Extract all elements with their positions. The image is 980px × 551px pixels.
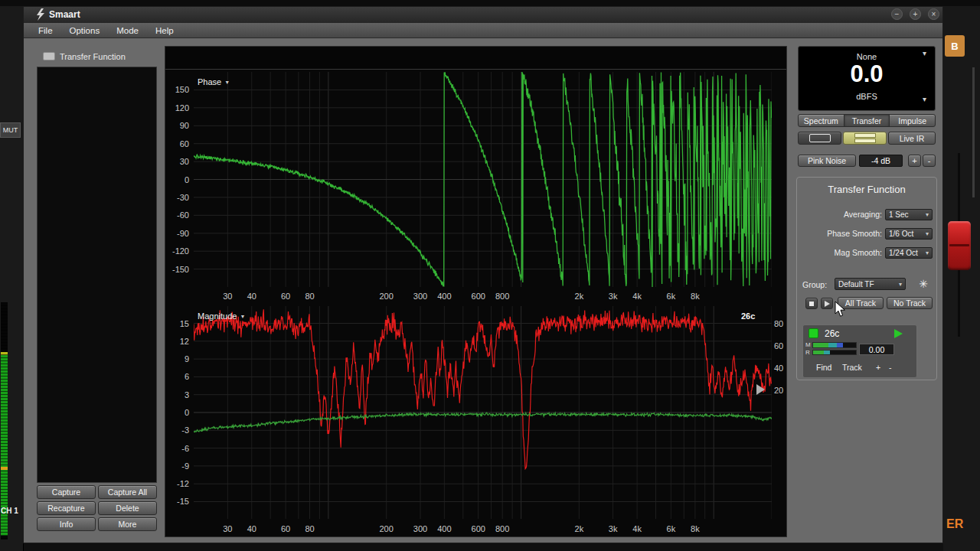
x-axis-tick-label: 8k: [680, 523, 710, 534]
capture-button[interactable]: Capture: [37, 485, 96, 499]
mute-button[interactable]: MUT: [0, 122, 21, 138]
capture-list[interactable]: [37, 67, 157, 483]
tf-setting-row: Phase Smooth:1/6 Oct▾: [801, 227, 933, 240]
meter-source-caret-icon[interactable]: ▾: [923, 49, 926, 57]
menu-help[interactable]: Help: [147, 23, 182, 38]
no-track-button[interactable]: No Track: [887, 297, 933, 309]
dual-pane-view-button[interactable]: [843, 132, 887, 145]
dual-pane-icon: [854, 133, 876, 138]
x-axis-tick-label: 4k: [622, 291, 652, 302]
x-axis-tick-label: 200: [371, 523, 402, 534]
menu-options[interactable]: Options: [61, 23, 109, 38]
tf-setting-row: Mag Smooth:1/24 Oct▾: [801, 246, 933, 259]
info-button[interactable]: Info: [37, 517, 96, 531]
group-select-value: Default TF: [838, 280, 874, 289]
play-icon: [825, 301, 830, 307]
tf-settings-rows: Averaging:1 Sec▾Phase Smooth:1/6 Oct▾Mag…: [796, 208, 937, 266]
track-meter-r: [812, 350, 857, 355]
y-axis-tick-label: -3: [165, 425, 189, 435]
x-axis-tick-label: 80: [295, 291, 325, 302]
plot-header-strip: [165, 47, 786, 70]
tf-setting-label: Mag Smooth:: [835, 248, 882, 257]
phase-x-axis: 304060802003004006008002k3k4k6k8k: [165, 289, 787, 304]
menu-bar: FileOptionsModeHelp: [24, 23, 942, 38]
y-axis-tick-label: -60: [165, 210, 189, 220]
y-axis-tick-label: 3: [165, 390, 189, 400]
phase-plot-selector[interactable]: Phase ▼: [198, 77, 230, 86]
minimize-button[interactable]: −: [891, 8, 903, 20]
tab-impulse[interactable]: Impulse: [889, 114, 936, 127]
tf-settings-button[interactable]: ✳: [916, 277, 930, 291]
more-button[interactable]: More: [98, 517, 157, 531]
track-increment-button[interactable]: +: [876, 363, 880, 372]
y-axis-tick-label: -6: [165, 443, 189, 454]
phase-y-axis: 1501209060300-30-60-90-120-150: [165, 72, 191, 287]
tf-setting-label: Phase Smooth:: [827, 229, 882, 238]
x-axis-tick-label: 2k: [564, 523, 594, 534]
mag-smooth-select[interactable]: 1/24 Oct▾: [885, 247, 933, 259]
magnitude-plot-canvas[interactable]: [194, 306, 772, 519]
play-button[interactable]: [821, 298, 833, 309]
right-axis-tick-label: 60: [774, 341, 783, 351]
stop-button[interactable]: [805, 298, 818, 309]
pink-noise-button[interactable]: Pink Noise: [798, 155, 856, 167]
single-pane-view-button[interactable]: [798, 132, 841, 145]
fader-handle[interactable]: [948, 221, 971, 270]
x-axis-tick-label: 4k: [622, 523, 652, 534]
track-play-button[interactable]: [894, 329, 903, 338]
magnitude-plot-selector[interactable]: Magnitude ▼: [198, 311, 245, 321]
y-axis-tick-label: 0: [165, 174, 189, 185]
y-axis-tick-label: 30: [165, 156, 189, 167]
menu-file[interactable]: File: [30, 23, 61, 38]
group-select[interactable]: Default TF ▾: [835, 278, 906, 290]
panel-checkbox[interactable]: [43, 52, 55, 60]
meter-source-select[interactable]: None: [798, 49, 936, 60]
x-axis-tick-label: 400: [429, 523, 459, 534]
signal-level-display[interactable]: -4 dB: [859, 155, 903, 167]
track-button[interactable]: Track: [842, 363, 862, 372]
y-axis-tick-label: 12: [165, 336, 189, 347]
track-meter-m: [812, 342, 857, 348]
chevron-down-icon: ▾: [899, 281, 902, 288]
meter-unit-caret-icon[interactable]: ▾: [923, 95, 926, 103]
tab-transfer[interactable]: Transfer: [844, 114, 890, 127]
y-axis-tick-label: -12: [165, 478, 189, 489]
recapture-button[interactable]: Recapture: [37, 501, 96, 515]
single-pane-icon: [809, 134, 831, 142]
meter-m-label: M: [805, 341, 811, 348]
slider-rail: [972, 67, 975, 197]
screen: MUT CH 1 B ER Smaart − + × FileOptionsMo…: [0, 0, 980, 551]
left-panel-header: Transfer Function: [60, 52, 126, 61]
level-increase-button[interactable]: +: [908, 155, 921, 167]
chevron-down-icon: ▼: [240, 314, 245, 319]
track-decrement-button[interactable]: -: [889, 363, 892, 372]
averaging-select[interactable]: 1 Sec▾: [885, 209, 933, 220]
phase-smooth-select[interactable]: 1/6 Oct▾: [885, 228, 933, 240]
phase-plot-canvas[interactable]: [194, 72, 772, 287]
magnitude-plot-title: Magnitude: [198, 311, 237, 321]
dual-pane-icon: [854, 139, 876, 143]
corner-tag: B: [945, 35, 965, 57]
track-delay-value[interactable]: 0.00: [859, 344, 894, 355]
group-label: Group:: [802, 280, 827, 289]
y-axis-tick-label: -120: [165, 246, 189, 256]
close-button[interactable]: ×: [928, 8, 939, 20]
right-axis-tick-label: 80: [774, 318, 783, 329]
tab-spectrum[interactable]: Spectrum: [798, 114, 844, 127]
level-decrease-button[interactable]: -: [923, 155, 936, 167]
select-value: 1/24 Oct: [889, 249, 918, 257]
plot-cursor-marker[interactable]: [756, 384, 765, 395]
capture-all-button[interactable]: Capture All: [98, 485, 157, 499]
find-button[interactable]: Find: [816, 363, 831, 372]
x-axis-tick-label: 80: [295, 523, 325, 534]
maximize-button[interactable]: +: [910, 8, 921, 20]
channel-meter: [1, 302, 8, 540]
x-axis-tick-label: 40: [237, 523, 267, 534]
delete-button[interactable]: Delete: [98, 501, 157, 515]
y-axis-tick-label: 120: [165, 103, 189, 113]
meter-unit: dBFS: [798, 92, 936, 101]
live-ir-button[interactable]: Live IR: [888, 132, 936, 145]
menu-mode[interactable]: Mode: [108, 23, 147, 38]
y-axis-tick-label: -15: [165, 496, 189, 507]
title-bar[interactable]: [24, 7, 942, 24]
